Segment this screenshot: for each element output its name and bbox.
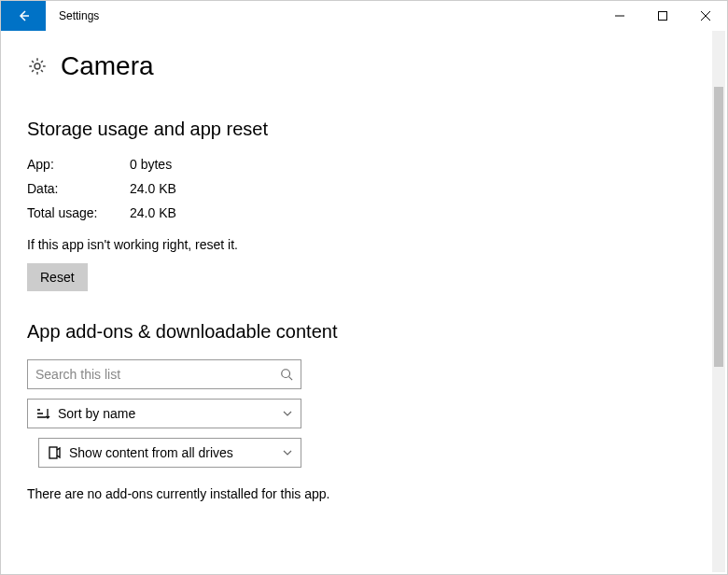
back-arrow-icon [16, 8, 31, 23]
page-header: Camera [27, 51, 684, 81]
search-input[interactable] [35, 367, 280, 382]
page-title: Camera [61, 51, 154, 81]
storage-data-label: Data: [27, 181, 130, 196]
minimize-icon [615, 11, 624, 21]
minimize-button[interactable] [598, 1, 641, 31]
scrollbar-thumb[interactable] [714, 87, 723, 367]
storage-app-label: App: [27, 157, 130, 172]
storage-data-value: 24.0 KB [130, 181, 176, 196]
maximize-button[interactable] [641, 1, 684, 31]
close-button[interactable] [684, 1, 727, 31]
sort-label: Sort by name [58, 406, 282, 421]
drives-label: Show content from all drives [69, 445, 282, 460]
storage-row-total: Total usage: 24.0 KB [27, 205, 684, 220]
storage-total-label: Total usage: [27, 205, 130, 220]
svg-rect-0 [659, 12, 667, 21]
search-box[interactable] [27, 359, 301, 389]
window-controls [598, 1, 727, 31]
storage-row-app: App: 0 bytes [27, 157, 684, 172]
storage-heading: Storage usage and app reset [27, 119, 684, 140]
close-icon [701, 11, 710, 21]
window-title: Settings [46, 1, 598, 31]
drives-dropdown[interactable]: Show content from all drives [38, 438, 301, 468]
sort-dropdown[interactable]: Sort by name [27, 399, 301, 428]
reset-note: If this app isn't working right, reset i… [27, 237, 684, 252]
scrollbar[interactable] [712, 31, 725, 572]
storage-app-value: 0 bytes [130, 157, 172, 172]
addons-empty-message: There are no add-ons currently installed… [27, 486, 684, 501]
content-area: Camera Storage usage and app reset App: … [1, 31, 710, 527]
svg-point-1 [35, 63, 40, 69]
chevron-down-icon [282, 447, 293, 458]
sort-icon [35, 406, 50, 421]
titlebar: Settings [1, 1, 727, 31]
search-icon [280, 368, 293, 381]
svg-rect-3 [49, 447, 57, 458]
storage-total-value: 24.0 KB [130, 205, 176, 220]
chevron-down-icon [282, 408, 293, 419]
storage-row-data: Data: 24.0 KB [27, 181, 684, 196]
svg-point-2 [282, 370, 290, 378]
reset-button[interactable]: Reset [27, 263, 88, 291]
back-button[interactable] [1, 1, 46, 31]
addons-heading: App add-ons & downloadable content [27, 321, 684, 343]
maximize-icon [658, 11, 667, 21]
drive-icon [47, 445, 62, 460]
gear-icon [27, 56, 48, 77]
